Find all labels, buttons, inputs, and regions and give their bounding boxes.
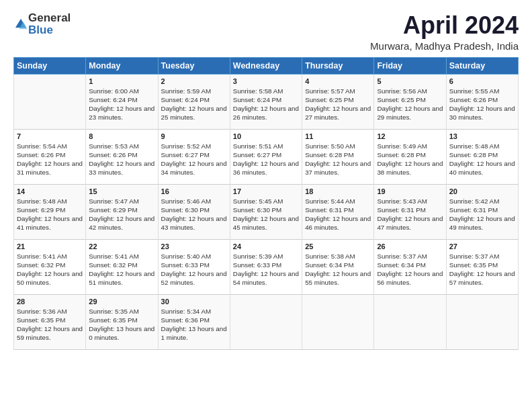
sunrise: Sunrise: 5:46 AM [161,197,212,205]
calendar-cell: 28Sunrise: 5:36 AMSunset: 6:35 PMDayligh… [14,294,86,349]
cell-info: Sunrise: 5:53 AMSunset: 6:26 PMDaylight:… [89,142,154,177]
header: General Blue April 2024 Murwara, Madhya … [13,12,519,52]
sunrise: Sunrise: 5:35 AM [89,308,139,315]
daylight: Daylight: 12 hours and 27 minutes. [305,105,371,121]
col-thursday: Thursday [302,57,374,74]
calendar-cell: 5Sunrise: 5:56 AMSunset: 6:25 PMDaylight… [374,74,446,129]
daylight: Daylight: 12 hours and 56 minutes. [377,270,443,286]
sunrise: Sunrise: 5:45 AM [233,197,283,205]
daylight: Daylight: 12 hours and 42 minutes. [89,215,154,231]
cell-info: Sunrise: 5:38 AMSunset: 6:34 PMDaylight:… [305,252,371,287]
cell-info: Sunrise: 5:57 AMSunset: 6:25 PMDaylight:… [305,87,371,122]
day-number: 14 [17,187,83,195]
day-number: 26 [377,242,443,250]
daylight: Daylight: 12 hours and 30 minutes. [449,105,515,121]
daylight: Daylight: 12 hours and 59 minutes. [17,325,83,341]
sunset: Sunset: 6:31 PM [377,206,425,214]
sunset: Sunset: 6:30 PM [161,206,210,214]
sunrise: Sunrise: 5:56 AM [377,87,427,95]
calendar-cell: 25Sunrise: 5:38 AMSunset: 6:34 PMDayligh… [302,239,374,294]
calendar-cell: 9Sunrise: 5:52 AMSunset: 6:27 PMDaylight… [158,129,230,184]
sunset: Sunset: 6:34 PM [377,261,425,269]
day-number: 1 [89,77,154,85]
daylight: Daylight: 12 hours and 41 minutes. [17,215,83,231]
sunset: Sunset: 6:24 PM [89,96,137,103]
col-tuesday: Tuesday [158,57,230,74]
calendar-cell: 23Sunrise: 5:40 AMSunset: 6:33 PMDayligh… [158,239,230,294]
calendar-cell: 26Sunrise: 5:37 AMSunset: 6:34 PMDayligh… [374,239,446,294]
week-row-5: 28Sunrise: 5:36 AMSunset: 6:35 PMDayligh… [14,294,519,349]
sunrise: Sunrise: 5:38 AM [305,253,355,260]
calendar-cell: 30Sunrise: 5:34 AMSunset: 6:36 PMDayligh… [158,294,230,349]
cell-info: Sunrise: 5:40 AMSunset: 6:33 PMDaylight:… [161,252,227,287]
calendar-cell [446,294,518,349]
sunset: Sunset: 6:27 PM [161,151,210,158]
daylight: Daylight: 12 hours and 52 minutes. [161,270,227,286]
sunset: Sunset: 6:35 PM [449,261,498,269]
day-number: 16 [161,187,227,195]
logo-general-text: General [28,12,71,24]
cell-info: Sunrise: 5:36 AMSunset: 6:35 PMDaylight:… [17,307,83,342]
calendar-cell: 19Sunrise: 5:43 AMSunset: 6:31 PMDayligh… [374,184,446,239]
daylight: Daylight: 12 hours and 54 minutes. [233,270,299,286]
cell-info: Sunrise: 5:43 AMSunset: 6:31 PMDaylight:… [377,197,443,232]
col-wednesday: Wednesday [230,57,302,74]
sunset: Sunset: 6:26 PM [449,96,498,103]
sunrise: Sunrise: 5:41 AM [89,253,139,260]
sunrise: Sunrise: 6:00 AM [89,87,139,95]
sunrise: Sunrise: 5:36 AM [17,308,67,315]
calendar-cell: 13Sunrise: 5:48 AMSunset: 6:28 PMDayligh… [446,129,518,184]
cell-info: Sunrise: 5:52 AMSunset: 6:27 PMDaylight:… [161,142,227,177]
day-number: 24 [233,242,299,250]
calendar-cell [14,74,86,129]
day-number: 19 [377,187,443,195]
sunrise: Sunrise: 5:40 AM [161,253,212,260]
logo: General Blue [13,12,71,36]
col-sunday: Sunday [14,57,86,74]
sunset: Sunset: 6:30 PM [233,206,281,214]
daylight: Daylight: 12 hours and 23 minutes. [89,105,154,121]
sunrise: Sunrise: 5:37 AM [449,253,500,260]
sunset: Sunset: 6:24 PM [161,96,210,103]
daylight: Daylight: 12 hours and 57 minutes. [449,270,515,286]
sunrise: Sunrise: 5:48 AM [449,142,500,150]
daylight: Daylight: 12 hours and 29 minutes. [377,105,443,121]
calendar-table: Sunday Monday Tuesday Wednesday Thursday… [13,57,519,350]
sunset: Sunset: 6:33 PM [161,261,210,269]
sunset: Sunset: 6:28 PM [305,151,353,158]
daylight: Daylight: 12 hours and 47 minutes. [377,215,443,231]
cell-info: Sunrise: 5:42 AMSunset: 6:31 PMDaylight:… [449,197,515,232]
sunset: Sunset: 6:35 PM [89,316,137,324]
daylight: Daylight: 12 hours and 43 minutes. [161,215,227,231]
sunrise: Sunrise: 5:52 AM [161,142,212,150]
day-number: 15 [89,187,154,195]
sunrise: Sunrise: 5:55 AM [449,87,500,95]
day-number: 7 [17,132,83,140]
daylight: Daylight: 12 hours and 55 minutes. [305,270,371,286]
sunrise: Sunrise: 5:39 AM [233,253,283,260]
week-row-3: 14Sunrise: 5:48 AMSunset: 6:29 PMDayligh… [14,184,519,239]
day-number: 11 [305,132,371,140]
title-area: April 2024 Murwara, Madhya Pradesh, Indi… [370,12,519,52]
calendar-cell: 11Sunrise: 5:50 AMSunset: 6:28 PMDayligh… [302,129,374,184]
sunrise: Sunrise: 5:57 AM [305,87,355,95]
calendar-cell: 4Sunrise: 5:57 AMSunset: 6:25 PMDaylight… [302,74,374,129]
calendar-cell: 6Sunrise: 5:55 AMSunset: 6:26 PMDaylight… [446,74,518,129]
daylight: Daylight: 12 hours and 26 minutes. [233,105,299,121]
cell-info: Sunrise: 5:47 AMSunset: 6:29 PMDaylight:… [89,197,154,232]
sunset: Sunset: 6:36 PM [161,316,210,324]
day-number: 6 [449,77,515,85]
sunrise: Sunrise: 5:53 AM [89,142,139,150]
cell-info: Sunrise: 5:35 AMSunset: 6:35 PMDaylight:… [89,307,154,342]
cell-info: Sunrise: 6:00 AMSunset: 6:24 PMDaylight:… [89,87,154,122]
day-number: 4 [305,77,371,85]
day-number: 5 [377,77,443,85]
sunset: Sunset: 6:24 PM [233,96,281,103]
week-row-4: 21Sunrise: 5:41 AMSunset: 6:32 PMDayligh… [14,239,519,294]
col-monday: Monday [86,57,158,74]
sunset: Sunset: 6:33 PM [233,261,281,269]
sunrise: Sunrise: 5:42 AM [449,197,500,205]
sunrise: Sunrise: 5:47 AM [89,197,139,205]
daylight: Daylight: 12 hours and 38 minutes. [377,160,443,176]
sunset: Sunset: 6:32 PM [89,261,137,269]
